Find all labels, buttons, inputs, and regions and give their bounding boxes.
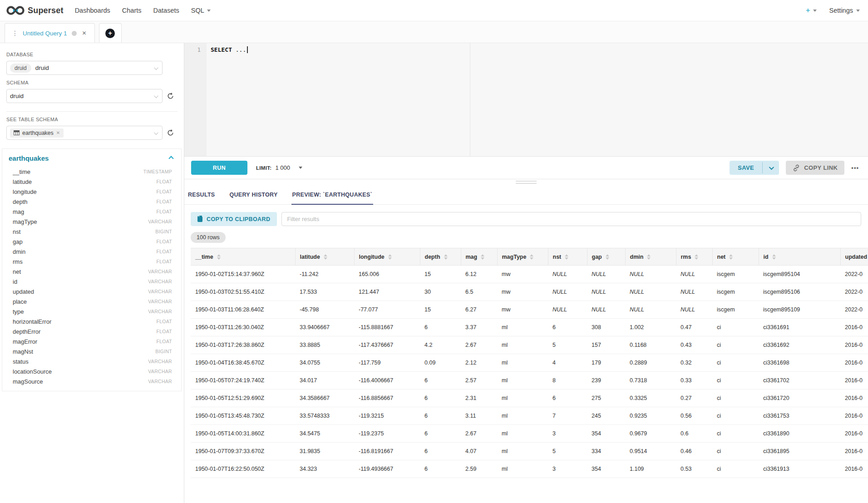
column-header-label: nst: [553, 254, 562, 260]
chevron-down-icon: [154, 130, 158, 135]
table-cell: -115.8881667: [354, 319, 420, 336]
sql-code[interactable]: SELECT ...: [207, 43, 248, 156]
sort-icon[interactable]: [565, 254, 568, 260]
save-options-button[interactable]: [763, 161, 779, 175]
table-cell: ci: [712, 407, 759, 425]
sort-icon[interactable]: [444, 254, 448, 260]
drag-handle-icon[interactable]: ⋮: [12, 30, 18, 37]
database-select[interactable]: druid druid: [6, 61, 163, 75]
nav-item-dashboards[interactable]: Dashboards: [75, 7, 110, 14]
column-header-magType[interactable]: magType: [497, 248, 548, 266]
table-icon: [14, 130, 20, 135]
refresh-tables-icon[interactable]: [167, 129, 174, 137]
column-header-mag[interactable]: mag: [461, 248, 497, 266]
sort-icon[interactable]: [217, 254, 221, 260]
tab-preview-earthquakes[interactable]: PREVIEW: `EARTHQUAKES`: [291, 188, 374, 205]
table-cell: -117.4376667: [354, 336, 420, 354]
table-cell: 34.5475: [295, 425, 354, 443]
filter-results-input[interactable]: [281, 212, 861, 226]
sort-icon[interactable]: [647, 254, 651, 260]
table-row: 1950-01-05T13:45:48.730Z33.5748333-119.3…: [191, 407, 868, 425]
table-cell: ci: [712, 425, 759, 443]
nav-item-datasets[interactable]: Datasets: [153, 7, 179, 14]
run-query-button[interactable]: RUN: [191, 161, 247, 175]
schema-column-name: longitude: [13, 188, 37, 195]
table-cell: 3: [548, 425, 587, 443]
schema-column-name: type: [13, 308, 24, 315]
column-header-longitude[interactable]: longitude: [354, 248, 420, 266]
column-header-id[interactable]: id: [759, 248, 840, 266]
collapse-table-icon[interactable]: [168, 156, 173, 161]
table-cell: 0.09: [420, 354, 461, 372]
schema-column-row: latitudeFLOAT: [9, 177, 175, 187]
limit-dropdown[interactable]: LIMIT: 1 000: [256, 164, 302, 171]
column-header-updated[interactable]: updated: [840, 248, 868, 266]
table-cell: 2016-0: [840, 336, 868, 354]
sort-icon[interactable]: [530, 254, 533, 260]
refresh-schema-icon[interactable]: [167, 92, 174, 100]
settings-menu[interactable]: Settings: [829, 7, 860, 14]
new-item-menu[interactable]: +: [806, 6, 817, 15]
table-cell: 15: [420, 301, 461, 319]
column-header-net[interactable]: net: [712, 248, 759, 266]
table-cell: 17.533: [295, 283, 354, 301]
sort-icon[interactable]: [324, 254, 327, 260]
new-tab-plus-icon[interactable]: +: [105, 29, 115, 38]
superset-brand[interactable]: Superset: [0, 5, 69, 16]
schema-select[interactable]: druid: [6, 89, 163, 103]
schema-column-row: magTypeVARCHAR: [9, 217, 175, 227]
sort-icon[interactable]: [772, 254, 776, 260]
sort-icon[interactable]: [481, 254, 484, 260]
column-header-depth[interactable]: depth: [420, 248, 461, 266]
save-button[interactable]: SAVE: [730, 161, 762, 175]
table-cell: 0.33: [676, 372, 712, 390]
more-options-icon[interactable]: •••: [851, 164, 859, 171]
tab-results[interactable]: RESULTS: [187, 188, 216, 205]
sort-icon[interactable]: [388, 254, 392, 260]
sql-editor[interactable]: 1 SELECT ...: [184, 43, 868, 157]
table-row: 1950-01-05T07:24:19.740Z34.017-116.40066…: [191, 372, 868, 390]
chevron-down-icon: [813, 10, 817, 12]
pane-resize-handle[interactable]: [516, 181, 537, 185]
schema-column-type: BIGINT: [155, 349, 172, 354]
nav-item-sql[interactable]: SQL: [191, 7, 211, 14]
table-cell: 245: [587, 407, 625, 425]
column-header-rms[interactable]: rms: [676, 248, 712, 266]
table-row: 1950-01-03T11:26:30.040Z33.9406667-115.8…: [191, 319, 868, 336]
sort-icon[interactable]: [695, 254, 698, 260]
copy-to-clipboard-button[interactable]: COPY TO CLIPBOARD: [191, 212, 277, 226]
column-header-latitude[interactable]: latitude: [295, 248, 354, 266]
tab-query-history[interactable]: QUERY HISTORY: [229, 188, 279, 205]
table-select[interactable]: earthquakes ✕: [6, 126, 163, 140]
column-header-dmin[interactable]: dmin: [625, 248, 676, 266]
table-cell: 8: [548, 372, 587, 390]
column-header-__time[interactable]: __time: [191, 248, 295, 266]
table-cell: ci3361698: [759, 354, 840, 372]
table-cell: 0.3325: [625, 390, 676, 407]
table-cell: 33.8885: [295, 336, 354, 354]
table-cell: 334: [587, 443, 625, 460]
table-cell: 0.1168: [625, 336, 676, 354]
table-cell: -116.4006667: [354, 372, 420, 390]
table-cell: ci: [712, 319, 759, 336]
schema-column-name: horizontalError: [13, 318, 51, 325]
close-tab-icon[interactable]: ✕: [81, 30, 88, 36]
schema-column-type: FLOAT: [156, 249, 172, 254]
column-header-gap[interactable]: gap: [587, 248, 625, 266]
table-cell: ci: [712, 443, 759, 460]
table-cell: 0.32: [676, 354, 712, 372]
table-cell: iscgem: [712, 301, 759, 319]
remove-table-icon[interactable]: ✕: [56, 130, 60, 135]
table-cell: 2022-0: [840, 266, 868, 283]
sort-icon[interactable]: [729, 254, 733, 260]
table-row: 1950-01-03T17:26:38.860Z33.8885-117.4376…: [191, 336, 868, 354]
copy-link-button[interactable]: COPY LINK: [786, 161, 844, 175]
nav-item-charts[interactable]: Charts: [122, 7, 142, 14]
new-query-tab-button[interactable]: +: [99, 23, 122, 43]
query-tab-active[interactable]: ⋮ Untitled Query 1 ✕: [5, 23, 95, 43]
schema-column-name: gap: [13, 238, 23, 245]
table-name-heading: earthquakes: [9, 154, 49, 162]
sort-icon[interactable]: [606, 254, 609, 260]
column-header-nst[interactable]: nst: [548, 248, 587, 266]
schema-column-name: magError: [13, 338, 37, 345]
